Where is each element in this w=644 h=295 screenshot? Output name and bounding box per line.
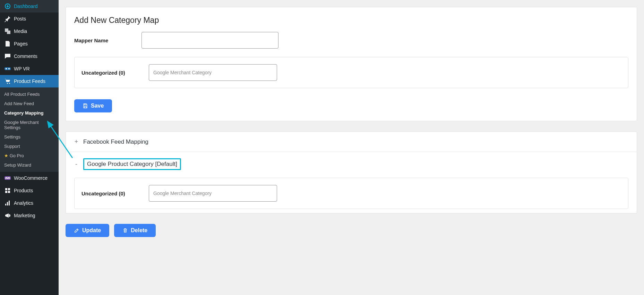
main-content: Add New Category Map Mapper Name Uncateg… [59,0,644,295]
sidebar-item-products[interactable]: Products [0,184,59,197]
accordion-facebook[interactable]: + Facebook Feed Mapping [66,132,637,152]
sidebar-item-marketing[interactable]: Marketing [0,209,59,222]
sidebar-item-woocommerce[interactable]: WooCommerce [0,172,59,184]
mapper-name-label: Mapper Name [74,37,133,43]
sidebar-item-label: Analytics [14,200,33,206]
expand-icon: + [74,138,78,145]
svg-point-1 [6,68,7,69]
page-title: Add New Category Map [66,7,637,28]
highlight-annotation: Google Product Category [Default] [83,158,181,170]
update-button-label: Update [82,227,101,234]
megaphone-icon [4,212,11,219]
sidebar-item-posts[interactable]: Posts [0,12,59,25]
edit-icon [74,228,79,233]
media-icon [4,28,11,35]
save-button[interactable]: Save [74,99,112,112]
pages-icon [4,40,11,47]
card-uncategorized-google: Uncategorized (0) [74,178,628,209]
sidebar-item-media[interactable]: Media [0,25,59,37]
collapse-icon: - [74,161,78,168]
pin-icon [4,15,11,22]
trash-icon [122,228,128,233]
sidebar-item-label: Product Feeds [14,78,45,84]
accordion-google[interactable]: - Google Product Category [Default] [66,152,637,176]
woocommerce-icon [4,175,11,182]
submenu-google-merchant[interactable]: Google Merchant Settings [0,118,59,132]
panel-add-category-map: Add New Category Map Mapper Name Uncateg… [66,7,637,121]
accordion-google-title: Google Product Category [Default] [87,161,177,167]
submenu-settings[interactable]: Settings [0,132,59,142]
sidebar-item-label: WP VR [14,66,30,71]
sidebar-item-label: WooCommerce [14,175,48,181]
merchant-category-input[interactable] [149,64,277,81]
analytics-icon [4,200,11,206]
actions-existing: Update Delete [66,224,637,244]
sidebar-item-label: Products [14,188,33,193]
submenu-go-pro[interactable]: ★ Go Pro [0,151,59,160]
sidebar-item-wpvr[interactable]: WP VR [0,62,59,75]
svg-point-2 [8,68,10,69]
panel-feed-mappings: + Facebook Feed Mapping - Google Product… [66,132,637,213]
sidebar-item-comments[interactable]: Comments [0,50,59,62]
comments-icon [4,53,11,60]
row-mapper-name: Mapper Name [66,28,637,53]
star-icon: ★ [4,153,8,158]
mapper-name-input[interactable] [141,32,278,49]
products-icon [4,187,11,194]
category-label: Uncategorized (0) [81,191,140,196]
delete-button[interactable]: Delete [114,224,156,237]
sidebar-item-label: Media [14,28,27,34]
submenu-category-mapping[interactable]: Category Mapping [0,108,59,118]
delete-button-label: Delete [131,227,147,234]
sidebar-item-label: Dashboard [14,3,38,9]
save-button-label: Save [91,103,104,109]
card-uncategorized-new: Uncategorized (0) [74,57,628,88]
save-icon [83,103,88,109]
sidebar-item-label: Comments [14,53,37,59]
actions-new: Save [66,92,637,121]
submenu-product-feeds: All Product Feeds Add New Feed Category … [0,87,59,172]
submenu-support[interactable]: Support [0,142,59,151]
sidebar-item-dashboard[interactable]: Dashboard [0,0,59,12]
sidebar-item-label: Pages [14,41,28,47]
submenu-setup-wizard[interactable]: Setup Wizard [0,160,59,170]
sidebar-item-product-feeds[interactable]: Product Feeds [0,75,59,87]
sidebar-item-analytics[interactable]: Analytics [0,197,59,209]
vr-icon [4,65,11,72]
svg-rect-0 [5,67,11,70]
update-button[interactable]: Update [66,224,109,237]
category-label: Uncategorized (0) [81,70,140,76]
merchant-category-input-google[interactable] [149,185,277,202]
sidebar-item-pages[interactable]: Pages [0,37,59,50]
accordion-facebook-title: Facebook Feed Mapping [83,138,148,145]
sidebar-item-label: Marketing [14,213,35,218]
dashboard-icon [4,3,11,10]
admin-sidebar: Dashboard Posts Media Pages Comments WP … [0,0,59,295]
cart-icon [4,78,11,85]
submenu-label: Go Pro [10,153,24,158]
submenu-add-feed[interactable]: Add New Feed [0,99,59,108]
sidebar-item-label: Posts [14,16,26,22]
submenu-all-feeds[interactable]: All Product Feeds [0,90,59,99]
